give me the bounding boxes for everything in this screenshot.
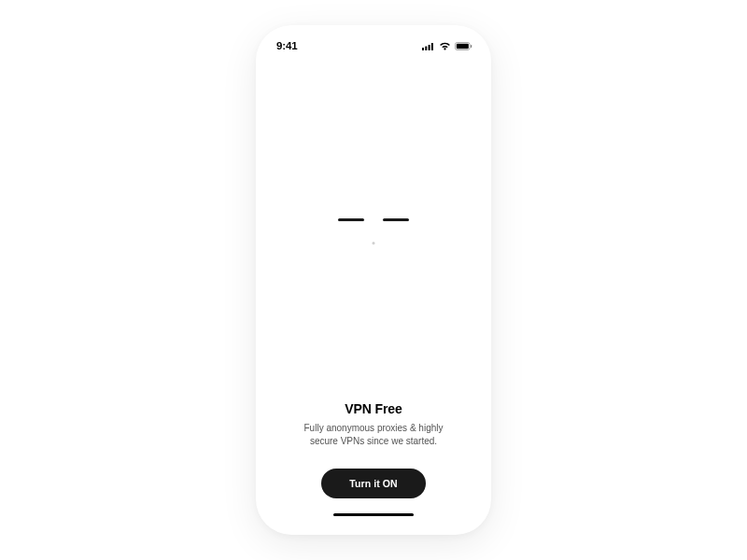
svg-rect-3: [431, 43, 433, 50]
status-time: 9:41: [276, 40, 298, 51]
illustration-area: [256, 57, 491, 401]
cellular-signal-icon: [422, 42, 435, 50]
home-indicator[interactable]: [333, 513, 414, 517]
battery-icon: [455, 42, 472, 50]
eye-right-icon: [383, 218, 409, 221]
svg-rect-5: [457, 43, 469, 48]
turn-on-button[interactable]: Turn it ON: [321, 469, 426, 498]
wifi-icon: [439, 42, 451, 50]
character-mouth-icon: [373, 242, 375, 245]
status-indicators: [422, 42, 472, 50]
content-section: VPN Free Fully anonymous proxies & highl…: [256, 401, 491, 536]
eye-left-icon: [338, 218, 364, 221]
status-bar: 9:41: [256, 25, 491, 57]
svg-rect-0: [422, 48, 424, 50]
page-title: VPN Free: [280, 401, 467, 416]
svg-rect-2: [429, 45, 430, 50]
svg-rect-1: [425, 46, 427, 50]
character-eyes: [338, 218, 409, 221]
phone-frame: 9:41: [256, 25, 491, 535]
svg-rect-6: [471, 45, 472, 48]
page-subtitle: Fully anonymous proxies & highly secure …: [280, 422, 467, 448]
